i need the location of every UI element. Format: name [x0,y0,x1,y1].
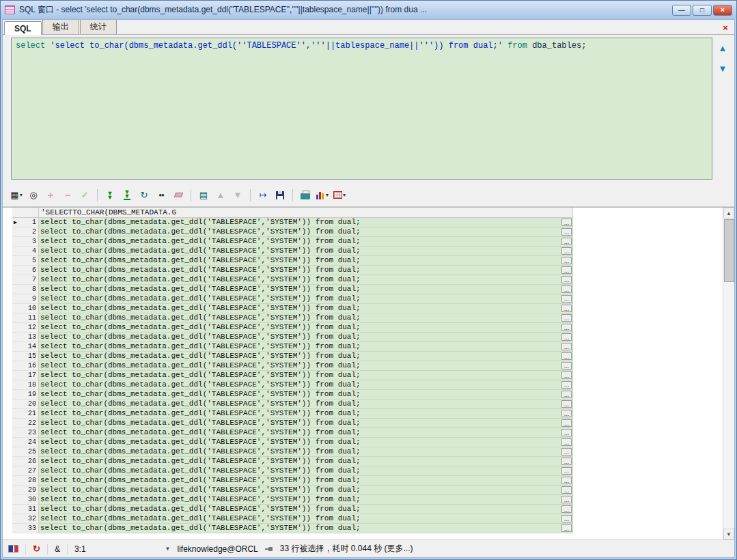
row-gutter[interactable]: 20 [12,400,39,409]
result-cell[interactable]: select to_char(dbms_metadata.get_ddl('TA… [39,390,573,400]
result-cell[interactable]: select to_char(dbms_metadata.get_ddl('TA… [39,294,573,304]
row-gutter[interactable]: 28 [12,476,39,486]
table-row[interactable]: 13select to_char(dbms_metadata.get_ddl('… [12,333,723,342]
grid-view-button[interactable]: ▦ ▾ [8,188,25,203]
cell-expand-button[interactable]: ... [561,381,572,389]
cell-expand-button[interactable]: ... [561,496,572,503]
chart-button[interactable]: ▾ [314,188,331,203]
tab-output[interactable]: 输出 [42,19,79,34]
result-cell[interactable]: select to_char(dbms_metadata.get_ddl('TA… [39,476,573,486]
result-cell[interactable]: select to_char(dbms_metadata.get_ddl('TA… [39,361,573,371]
table-row[interactable]: 20select to_char(dbms_metadata.get_ddl('… [12,400,723,409]
result-cell[interactable]: select to_char(dbms_metadata.get_ddl('TA… [39,524,573,533]
table-row[interactable]: 16select to_char(dbms_metadata.get_ddl('… [12,361,723,371]
scroll-down-icon[interactable]: ▼ [723,529,734,540]
minimize-button[interactable]: — [672,5,691,16]
row-gutter[interactable]: 10 [12,304,39,313]
result-cell[interactable]: select to_char(dbms_metadata.get_ddl('TA… [39,371,573,380]
table-row[interactable]: 32select to_char(dbms_metadata.get_ddl('… [12,514,723,524]
table-row[interactable]: 8select to_char(dbms_metadata.get_ddl('T… [12,285,723,294]
result-cell[interactable]: select to_char(dbms_metadata.get_ddl('TA… [39,218,573,227]
table-row[interactable]: 11select to_char(dbms_metadata.get_ddl('… [12,313,723,323]
result-cell[interactable]: select to_char(dbms_metadata.get_ddl('TA… [39,457,573,466]
row-gutter[interactable]: 3 [12,237,39,247]
table-row[interactable]: 4select to_char(dbms_metadata.get_ddl('T… [12,247,723,256]
table-row[interactable]: 12select to_char(dbms_metadata.get_ddl('… [12,323,723,333]
pin-icon[interactable] [265,546,273,552]
table-row[interactable]: 14select to_char(dbms_metadata.get_ddl('… [12,342,723,352]
cell-expand-button[interactable]: ... [561,343,572,350]
row-gutter[interactable]: 8 [12,285,39,294]
row-gutter[interactable]: 7 [12,275,39,285]
result-cell[interactable]: select to_char(dbms_metadata.get_ddl('TA… [39,438,573,447]
single-record-view-button[interactable]: ◎ [25,188,42,203]
row-gutter[interactable]: 27 [12,466,39,476]
row-gutter[interactable]: 23 [12,428,39,438]
row-gutter[interactable]: 11 [12,313,39,323]
cell-expand-button[interactable]: ... [561,486,572,494]
result-cell[interactable]: select to_char(dbms_metadata.get_ddl('TA… [39,285,573,294]
cell-expand-button[interactable]: ... [561,419,572,427]
table-row[interactable]: 24select to_char(dbms_metadata.get_ddl('… [12,438,723,447]
maximize-button[interactable]: □ [693,5,712,16]
result-cell[interactable]: select to_char(dbms_metadata.get_ddl('TA… [39,256,573,266]
clear-button[interactable] [170,188,186,203]
cell-expand-button[interactable]: ... [561,524,572,532]
table-row[interactable]: 26select to_char(dbms_metadata.get_ddl('… [12,457,723,466]
table-row[interactable]: 6select to_char(dbms_metadata.get_ddl('T… [12,266,723,275]
result-cell[interactable]: select to_char(dbms_metadata.get_ddl('TA… [39,505,573,514]
row-gutter[interactable]: 29 [12,486,39,495]
cell-expand-button[interactable]: ... [561,333,572,341]
cell-expand-button[interactable]: ... [561,266,572,274]
print-button[interactable] [297,188,314,203]
title-bar[interactable]: SQL 窗口 - select 'select to_char(dbms_met… [1,1,736,19]
table-row[interactable]: 3select to_char(dbms_metadata.get_ddl('T… [12,237,723,247]
result-cell[interactable]: select to_char(dbms_metadata.get_ddl('TA… [39,486,573,495]
row-gutter[interactable]: 15 [12,352,39,361]
result-cell[interactable]: select to_char(dbms_metadata.get_ddl('TA… [39,419,573,428]
row-gutter[interactable]: 12 [12,323,39,333]
session-dropdown-icon[interactable]: ▼ [165,546,171,552]
row-gutter[interactable]: 21 [12,409,39,419]
table-row[interactable]: 5select to_char(dbms_metadata.get_ddl('T… [12,256,723,266]
cell-expand-button[interactable]: ... [561,477,572,484]
row-gutter[interactable]: 22 [12,419,39,428]
table-row[interactable]: 23select to_char(dbms_metadata.get_ddl('… [12,428,723,438]
close-button[interactable]: × [713,5,732,16]
scroll-up-icon[interactable]: ▲ [723,208,734,219]
result-cell[interactable]: select to_char(dbms_metadata.get_ddl('TA… [39,466,573,476]
table-row[interactable]: 27select to_char(dbms_metadata.get_ddl('… [12,466,723,476]
report-button[interactable]: ▾ [331,188,348,203]
cell-expand-button[interactable]: ... [561,429,572,436]
row-gutter[interactable]: 4 [12,247,39,256]
result-cell[interactable]: select to_char(dbms_metadata.get_ddl('TA… [39,313,573,323]
row-gutter[interactable]: 33 [12,524,39,533]
row-gutter[interactable]: 30 [12,495,39,505]
session-label[interactable]: lifeknowledge@ORCL [178,544,258,554]
row-gutter[interactable]: 14 [12,342,39,352]
cell-expand-button[interactable]: ... [561,458,572,465]
fetch-last-page-button[interactable]: ▼▼ [119,188,135,203]
table-row[interactable]: 21select to_char(dbms_metadata.get_ddl('… [12,409,723,419]
row-gutter[interactable]: 6 [12,266,39,275]
find-button[interactable]: ●● [153,188,169,203]
cell-expand-button[interactable]: ... [561,219,572,226]
row-gutter[interactable]: 24 [12,438,39,447]
cell-expand-button[interactable]: ... [561,295,572,303]
cell-expand-button[interactable]: ... [561,438,572,446]
sort-ascending-button[interactable]: ▲ [212,188,229,203]
result-cell[interactable]: select to_char(dbms_metadata.get_ddl('TA… [39,275,573,285]
table-row[interactable]: 9select to_char(dbms_metadata.get_ddl('T… [12,294,723,304]
table-row[interactable]: 25select to_char(dbms_metadata.get_ddl('… [12,447,723,457]
result-cell[interactable]: select to_char(dbms_metadata.get_ddl('TA… [39,409,573,419]
insert-record-button[interactable]: + [42,188,59,203]
grid-corner-cell[interactable] [12,208,39,218]
cell-expand-button[interactable]: ... [561,228,572,236]
cell-expand-button[interactable]: ... [561,238,572,245]
cell-expand-button[interactable]: ... [561,505,572,513]
result-cell[interactable]: select to_char(dbms_metadata.get_ddl('TA… [39,266,573,275]
table-row[interactable]: 22select to_char(dbms_metadata.get_ddl('… [12,419,723,428]
cell-expand-button[interactable]: ... [561,324,572,331]
row-gutter[interactable]: 2 [12,227,39,237]
row-gutter[interactable]: 9 [12,294,39,304]
